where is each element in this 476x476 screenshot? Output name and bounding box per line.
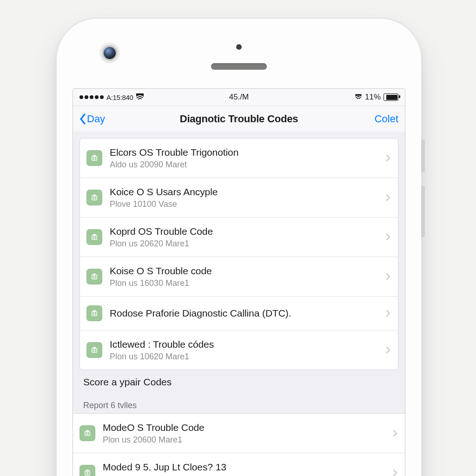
row-title: Koprd OS Trouble Code <box>110 225 379 238</box>
row-title: Elcors OS Trouble Trigonotion <box>110 146 379 159</box>
wifi-icon <box>136 93 144 101</box>
row-subtitle: Plon us 16030 Mare1 <box>110 278 379 289</box>
report-list-row-1[interactable]: Moded 9 5. Jup Lt Cloes? 13Plon us 29630… <box>73 453 405 476</box>
screen: A:15:840 45./M 11% Day Diagnotic Trouble… <box>73 88 405 476</box>
code-icon <box>86 150 102 166</box>
nav-right-button[interactable]: Colet <box>375 113 398 125</box>
code-list-row-1[interactable]: Koice O S Usars AncyplePlove 10100 Vase <box>80 178 398 217</box>
row-subtitle: Plon us 29630 Mare1 <box>103 474 386 476</box>
code-icon <box>79 465 95 476</box>
chevron-left-icon <box>79 113 86 125</box>
row-texts: Rodose Praforie Diagnostic Callina (DTC)… <box>110 307 379 319</box>
phone-frame: A:15:840 45./M 11% Day Diagnotic Trouble… <box>56 18 422 476</box>
status-bar: A:15:840 45./M 11% <box>73 89 405 106</box>
carrier-label: A:15:840 <box>106 93 133 101</box>
content-scroll[interactable]: Elcors OS Trouble TrigonotionAldo us 200… <box>73 132 405 476</box>
row-texts: Moded 9 5. Jup Lt Cloes? 13Plon us 29630… <box>103 461 386 476</box>
row-title: ModeO S Trouble Code <box>103 422 386 434</box>
row-title: Koice O S Usars Ancyple <box>110 186 379 198</box>
code-list-row-3[interactable]: Koise O S Trouble codePlon us 16030 Mare… <box>80 257 398 296</box>
row-title: Moded 9 5. Jup Lt Cloes? 13 <box>103 461 386 473</box>
code-icon <box>86 342 102 358</box>
row-texts: Ictlewed : Trouble códesPlon us 10620 Ma… <box>110 338 379 362</box>
code-list-row-2[interactable]: Koprd OS Trouble CodePlon us 20620 Mare1 <box>80 217 398 257</box>
row-texts: ModeO S Trouble CodePlon us 20600 Mare1 <box>103 422 386 445</box>
row-subtitle: Plon us 10620 Mare1 <box>110 351 379 362</box>
code-icon <box>79 425 95 441</box>
nav-bar: Day Diagnotic Trouble Codes Colet <box>73 106 405 132</box>
chevron-right-icon <box>391 429 399 437</box>
side-button-upper <box>421 139 425 172</box>
battery-icon <box>383 93 398 101</box>
code-list-group: Elcors OS Trouble TrigonotionAldo us 200… <box>79 138 398 370</box>
row-subtitle: Aldo us 20090 Maret <box>110 159 379 170</box>
back-button[interactable]: Day <box>79 113 105 125</box>
row-texts: Koprd OS Trouble CodePlon us 20620 Mare1 <box>110 225 379 249</box>
wifi-icon-right <box>355 94 362 100</box>
chevron-right-icon <box>384 309 392 317</box>
code-list-row-5[interactable]: Ictlewed : Trouble códesPlon us 10620 Ma… <box>80 330 398 370</box>
row-subtitle: Plon us 20600 Mare1 <box>103 435 386 445</box>
section-header-reports: Report 6 tvlles <box>73 390 405 413</box>
report-list-group: ModeO S Trouble CodePlon us 20600 Mare1M… <box>73 413 405 476</box>
chevron-right-icon <box>384 272 392 281</box>
nav-title: Diagnotic Trouble Codes <box>180 113 298 125</box>
signal-strength-icon <box>79 95 104 99</box>
code-icon <box>86 229 102 245</box>
row-title: Koise O S Trouble code <box>110 265 379 277</box>
row-title: Rodose Praforie Diagnostic Callina (DTC)… <box>110 307 379 319</box>
chevron-right-icon <box>384 346 392 354</box>
row-title: Ictlewed : Trouble códes <box>110 338 379 350</box>
back-label: Day <box>87 113 105 125</box>
code-list-row-0[interactable]: Elcors OS Trouble TrigonotionAldo us 200… <box>80 139 398 178</box>
battery-percent: 11% <box>365 93 381 102</box>
chevron-right-icon <box>384 154 392 162</box>
report-list-row-0[interactable]: ModeO S Trouble CodePlon us 20600 Mare1 <box>73 414 405 453</box>
code-icon <box>86 305 102 321</box>
score-codes-link[interactable]: Score a ypair Codes <box>73 370 405 390</box>
chevron-right-icon <box>384 193 392 202</box>
code-list-row-4[interactable]: Rodose Praforie Diagnostic Callina (DTC)… <box>80 296 398 330</box>
side-button-lower <box>421 186 425 237</box>
earpiece-speaker <box>211 63 267 70</box>
code-icon <box>86 190 102 205</box>
row-texts: Elcors OS Trouble TrigonotionAldo us 200… <box>110 146 379 170</box>
row-subtitle: Plon us 20620 Mare1 <box>110 238 379 249</box>
row-subtitle: Plove 10100 Vase <box>110 199 379 210</box>
sensor-dot <box>236 44 242 50</box>
chevron-right-icon <box>391 469 399 476</box>
front-camera <box>102 46 117 60</box>
status-time: 45./M <box>229 93 249 102</box>
chevron-right-icon <box>384 233 392 241</box>
row-texts: Koise O S Trouble codePlon us 16030 Mare… <box>110 265 379 289</box>
code-icon <box>86 269 102 284</box>
row-texts: Koice O S Usars AncyplePlove 10100 Vase <box>110 186 379 210</box>
